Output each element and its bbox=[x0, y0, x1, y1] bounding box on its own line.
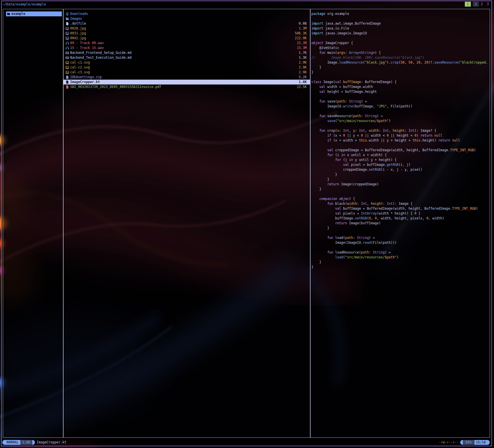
code-line: val croppedImage = BufferedImage(width, … bbox=[311, 148, 476, 153]
file-name: 0042.jpg bbox=[70, 36, 295, 41]
code-token-fg: } bbox=[311, 260, 321, 264]
code-token-type: String bbox=[349, 99, 361, 103]
code-token-op: = bbox=[381, 114, 383, 118]
code-token-str: "src/main/resources/ bbox=[337, 119, 377, 123]
code-token-fg: BufferedImage(width, height, BufferedIma… bbox=[365, 207, 452, 211]
status-file-name: ImageCropper.kt bbox=[37, 440, 66, 445]
code-token-fg: } bbox=[311, 226, 329, 230]
file-row[interactable]: IDEAsettings.zip5.2K bbox=[63, 75, 310, 80]
file-icon bbox=[66, 80, 69, 84]
code-token-fg: ImageCropper { bbox=[323, 41, 353, 45]
file-row[interactable]: 0028.jpg1.3M bbox=[63, 26, 310, 31]
code-token-op: = bbox=[365, 99, 367, 103]
file-row[interactable]: .dotfile0.0B bbox=[63, 21, 310, 26]
code-token-fg: Image(croppedImage) bbox=[339, 182, 379, 186]
code-token-fg: : bbox=[345, 51, 349, 55]
breadcrumb-path: ~/Data/example/example bbox=[2, 2, 46, 7]
code-token-fg: buffImage bbox=[341, 207, 363, 211]
code-token-fg: , bbox=[349, 129, 353, 133]
code-token-call: load bbox=[335, 255, 343, 259]
permission-char: - bbox=[455, 440, 457, 444]
code-token-fg: } bbox=[416, 211, 420, 215]
code-token-fg: (x bbox=[331, 138, 339, 142]
file-row[interactable]: 15 - Track 15.wav15.3M bbox=[63, 46, 310, 50]
code-token-fg: : bbox=[355, 129, 359, 133]
code-line: val pixel = buffImage.getRGB(i, j) bbox=[311, 162, 410, 167]
tab-1-active-task[interactable]: 1 bbox=[465, 2, 471, 7]
code-line: Image(ImageIO.read(File(path))) bbox=[311, 240, 397, 245]
code-token-fg: (j bbox=[341, 158, 349, 162]
code-token-fg: ) bbox=[397, 255, 399, 259]
code-token-fg: (i bbox=[333, 153, 341, 157]
file-row[interactable]: ImageCropper.kt1.6K bbox=[63, 80, 310, 85]
parent-dir-label: example bbox=[11, 11, 25, 16]
code-token-kw: if bbox=[311, 138, 331, 142]
code-token-type: Int bbox=[343, 129, 349, 133]
file-row[interactable]: 09 - Track 09.wav15.3M bbox=[63, 41, 310, 46]
code-line: import javax.imageio.ImageIO bbox=[311, 31, 367, 36]
code-token-fg: , bbox=[389, 129, 393, 133]
code-token-param: path bbox=[337, 99, 345, 103]
file-row[interactable]: 0031.jpg586.3K bbox=[63, 31, 310, 36]
file-name: SBI_0032013739_2023_DE05_0003155631Invoi… bbox=[70, 85, 297, 89]
code-token-param: args bbox=[337, 51, 345, 55]
code-token-fg: java.io.File bbox=[323, 26, 349, 30]
code-token-type: Int bbox=[361, 202, 367, 206]
code-token-kwi: class bbox=[311, 80, 321, 84]
code-token-fg: height) { bbox=[377, 158, 397, 162]
code-token-kw: fun bbox=[311, 129, 325, 133]
file-row[interactable]: 0042.jpg212.9K bbox=[63, 36, 310, 41]
code-token-str: "JPG" bbox=[377, 104, 387, 108]
code-token-fg bbox=[341, 80, 343, 84]
code-token-kw: fun bbox=[311, 202, 333, 206]
code-token-fg: buffImage. bbox=[311, 216, 355, 220]
code-token-call: save bbox=[327, 119, 335, 123]
file-size: 212.9K bbox=[295, 36, 307, 41]
code-line: import java.awt.image.BufferedImage bbox=[311, 21, 381, 26]
code-line: } bbox=[311, 187, 321, 192]
file-row[interactable]: cal-c3.svg2.9K bbox=[63, 70, 310, 75]
code-token-type: String bbox=[361, 51, 373, 55]
code-token-fg: black( bbox=[333, 202, 347, 206]
code-token-fg: croppedImage. bbox=[311, 168, 369, 172]
code-token-fg: } bbox=[311, 70, 313, 74]
file-row[interactable]: cal-c2.svg2.9K bbox=[63, 65, 310, 70]
tab-1-active[interactable]: 1 bbox=[473, 2, 479, 7]
code-token-op: || bbox=[347, 133, 351, 137]
code-token-fg: : bbox=[405, 129, 409, 133]
code-token-call: Array bbox=[349, 51, 359, 55]
position-pill: 93% 15/16 bbox=[460, 440, 490, 445]
tab-3[interactable]: 3 bbox=[485, 2, 491, 7]
permission-char: - bbox=[457, 440, 459, 444]
code-token-type: Int bbox=[383, 129, 389, 133]
code-token-num: 0 bbox=[369, 216, 371, 220]
code-token-kw: val bbox=[311, 148, 333, 152]
parent-dir-item[interactable]: example bbox=[6, 11, 62, 16]
file-name: .dotfile bbox=[70, 21, 299, 26]
file-row[interactable]: Downloads bbox=[63, 11, 310, 16]
file-row[interactable]: Backend_Frontend_Setup_Guide.md1.7K bbox=[63, 50, 310, 55]
code-token-type: Int bbox=[408, 129, 414, 133]
file-row[interactable]: Backend_Test_Execution_Guide.md1.3K bbox=[63, 55, 310, 60]
code-token-num: TYPE_INT_RGB bbox=[452, 207, 476, 211]
code-token-fg: ) bbox=[361, 99, 365, 103]
file-row[interactable]: SBI_0032013739_2023_DE05_0003155631Invoi… bbox=[63, 85, 310, 89]
code-token-fg: , bbox=[412, 60, 416, 64]
tab-2[interactable]: 2 bbox=[479, 2, 485, 7]
code-line: // Image.black(100, 100).saveResource("b… bbox=[311, 55, 424, 60]
code-line: fun save(path: String) = bbox=[311, 99, 367, 104]
code-token-call: setRGB bbox=[369, 168, 381, 172]
code-token-op: + bbox=[391, 138, 393, 142]
permission-char: w bbox=[443, 440, 445, 444]
code-line: if (x < 0 || y < 0 || width < 0 || heigh… bbox=[311, 133, 442, 138]
file-row[interactable]: cal-c1.svg2.9K bbox=[63, 60, 310, 65]
mode-pill: NORMAL 1.6K bbox=[2, 440, 35, 445]
preview-pane: package org.exampleimport java.awt.image… bbox=[311, 11, 490, 438]
code-token-num: null bbox=[452, 138, 460, 142]
zip-icon bbox=[66, 75, 69, 79]
code-line: class Image(val buffImage: BufferedImage… bbox=[311, 80, 397, 85]
code-token-fg: width) { bbox=[369, 153, 387, 157]
file-row[interactable]: Images bbox=[63, 16, 310, 21]
code-token-num: 0 bbox=[375, 216, 377, 220]
code-token-call: IntArray bbox=[361, 211, 377, 215]
